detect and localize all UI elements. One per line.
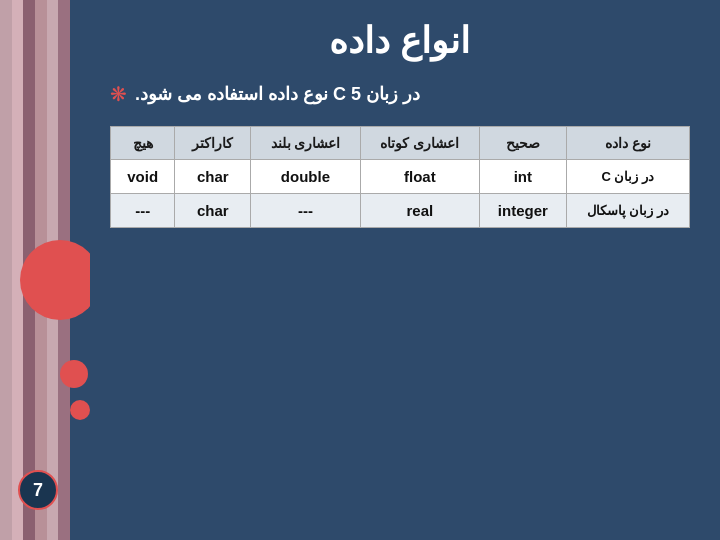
col-header-0: نوع داده — [566, 127, 689, 160]
table-row: در زبان پاسکال integer real --- char --- — [111, 194, 690, 228]
page-title: انواع داده — [110, 20, 690, 62]
col-header-2: اعشاری کوتاه — [360, 127, 480, 160]
table-body: در زبان C int float double char void در … — [111, 160, 690, 228]
circle-small-1 — [60, 360, 88, 388]
cell-0-4: void — [111, 160, 175, 194]
stripe-1 — [0, 0, 12, 540]
cell-1-3: char — [175, 194, 251, 228]
col-header-1: صحیح — [480, 127, 566, 160]
cell-0-3: char — [175, 160, 251, 194]
cell-0-1: float — [360, 160, 480, 194]
bullet-icon: ❋ — [110, 82, 127, 106]
row-label-1: در زبان پاسکال — [566, 194, 689, 228]
cell-1-1: real — [360, 194, 480, 228]
table-header-row: نوع داده صحیح اعشاری کوتاه اعشاری بلند ک… — [111, 127, 690, 160]
table-row: در زبان C int float double char void — [111, 160, 690, 194]
slide-number: 7 — [18, 470, 58, 510]
cell-1-0: integer — [480, 194, 566, 228]
data-table: نوع داده صحیح اعشاری کوتاه اعشاری بلند ک… — [110, 126, 690, 228]
table-header: نوع داده صحیح اعشاری کوتاه اعشاری بلند ک… — [111, 127, 690, 160]
col-header-5: هیچ — [111, 127, 175, 160]
subtitle-text: در زبان C 5 نوع داده استفاده می شود. — [135, 83, 420, 105]
subtitle-line: در زبان C 5 نوع داده استفاده می شود. ❋ — [110, 82, 690, 106]
cell-0-2: double — [251, 160, 360, 194]
cell-0-0: int — [480, 160, 566, 194]
row-label-0: در زبان C — [566, 160, 689, 194]
main-content: انواع داده در زبان C 5 نوع داده استفاده … — [90, 0, 720, 540]
col-header-4: کاراکتر — [175, 127, 251, 160]
circle-large — [20, 240, 100, 320]
cell-1-2: --- — [251, 194, 360, 228]
cell-1-4: --- — [111, 194, 175, 228]
circle-small-2 — [70, 400, 90, 420]
col-header-3: اعشاری بلند — [251, 127, 360, 160]
